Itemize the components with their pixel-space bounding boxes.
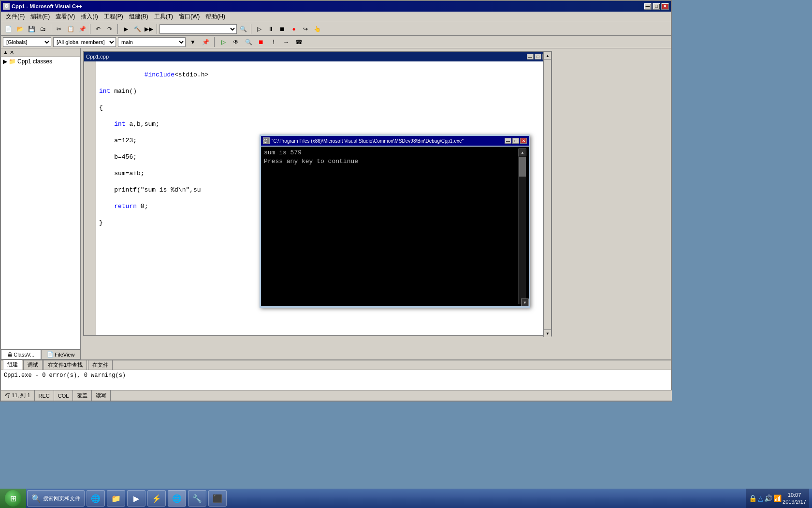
- status-read: 读写: [92, 390, 111, 401]
- console-maximize-btn[interactable]: □: [512, 138, 519, 144]
- step2-btn[interactable]: 👆: [312, 24, 322, 34]
- main-area: ▲ ✕ ▶ 📁 Cpp1 classes Cpp1.cpp — □ ✕: [1, 48, 671, 363]
- taskbar-app1[interactable]: ⚡: [147, 490, 166, 507]
- search-icon: 🔍: [31, 493, 41, 503]
- start-button[interactable]: ⊞: [0, 489, 26, 508]
- debug-tab[interactable]: 调试: [23, 360, 43, 370]
- maximize-button[interactable]: □: [652, 3, 660, 10]
- console-output-line2: Press any key to continue: [264, 157, 518, 166]
- build-tab[interactable]: 组建: [3, 359, 22, 370]
- sidebar-item-cpp1-classes[interactable]: ▶ 📁 Cpp1 classes: [1, 57, 80, 66]
- line-numbers: [84, 61, 96, 335]
- debug2-btn[interactable]: ⏸: [265, 24, 276, 34]
- title-bar: ⚙ Cpp1 - Microsoft Visual C++ — □ ✕: [1, 1, 671, 12]
- classview-icon: 🏛: [7, 352, 13, 358]
- members-combo[interactable]: [All global members]: [53, 37, 116, 47]
- menu-build[interactable]: 组建(B): [126, 12, 151, 22]
- step-btn[interactable]: ↪: [300, 24, 311, 34]
- breakpoint-btn[interactable]: ●: [289, 24, 299, 34]
- taskbar-ie1[interactable]: 🌐: [87, 490, 105, 507]
- code-scrollbar[interactable]: ▲ ▼: [543, 61, 551, 335]
- return-btn[interactable]: ☎: [293, 37, 304, 47]
- console-minimize-btn[interactable]: —: [505, 138, 511, 144]
- watch-btn[interactable]: 👁: [231, 37, 241, 47]
- breakpoint2-btn[interactable]: !: [268, 37, 279, 47]
- scroll-down-btn[interactable]: ▼: [544, 329, 551, 335]
- new-file-btn[interactable]: 📄: [3, 24, 14, 34]
- toolbar-sep5: [251, 24, 251, 34]
- status-col: COL: [54, 390, 73, 401]
- console-buttons: — □ ✕: [505, 138, 527, 144]
- ie-icon1: 🌐: [91, 493, 101, 503]
- close-button[interactable]: ✕: [661, 3, 669, 10]
- console-scroll-down[interactable]: ▼: [521, 299, 529, 306]
- code-minimize-btn[interactable]: —: [527, 54, 534, 60]
- taskbar-app3[interactable]: ⬛: [208, 490, 227, 507]
- run-btn[interactable]: ▶▶: [144, 24, 154, 34]
- menu-file[interactable]: 文件(F): [3, 12, 28, 22]
- open-btn[interactable]: 📂: [14, 24, 25, 34]
- start-orb[interactable]: ⊞: [5, 490, 21, 507]
- tray-icon3: 🔊: [764, 494, 772, 502]
- search-combo[interactable]: [160, 24, 237, 34]
- console-close-btn[interactable]: ✕: [520, 138, 527, 144]
- toolbar-row1: 📄 📂 💾 🗂 ✂ 📋 📌 ↶ ↷ ▶ 🔨 ▶▶ 🔍 ▷ ⏸ ⏹ ● ↪ 👆: [1, 22, 671, 36]
- globals-combo[interactable]: [Globals]: [3, 37, 51, 47]
- app-icon: ⚙: [3, 3, 10, 10]
- console-scroll-thumb[interactable]: [519, 157, 526, 177]
- menu-view[interactable]: 查看(V): [53, 12, 78, 22]
- redo-btn[interactable]: ↷: [104, 24, 115, 34]
- minimize-button[interactable]: —: [644, 3, 652, 10]
- console-scroll-up[interactable]: ▲: [519, 149, 526, 156]
- console-path: "C:\Program Files (x86)\Microsoft Visual…: [272, 138, 464, 144]
- stop-btn[interactable]: ⏹: [277, 24, 288, 34]
- build-btn[interactable]: 🔨: [132, 24, 143, 34]
- taskbar-search[interactable]: 🔍 搜索网页和文件: [27, 490, 85, 507]
- class-view-tab[interactable]: 🏛 ClassV...: [1, 349, 41, 359]
- toolbar-sep2: [90, 24, 90, 34]
- code-title-bar: Cpp1.cpp — □ ✕: [84, 52, 551, 61]
- find2-tab[interactable]: 在文件: [88, 360, 113, 370]
- debug-btn[interactable]: ▷: [254, 24, 264, 34]
- taskbar-app2[interactable]: 🔧: [188, 490, 206, 507]
- combo-dropdown-btn[interactable]: ▼: [188, 37, 198, 47]
- paste-btn[interactable]: 📌: [77, 24, 87, 34]
- copy-btn[interactable]: 📋: [65, 24, 76, 34]
- call-btn[interactable]: →: [281, 37, 291, 47]
- menu-project[interactable]: 工程(P): [101, 12, 126, 22]
- taskbar-ie2[interactable]: 🌐: [168, 490, 186, 507]
- menu-insert[interactable]: 插入(I): [78, 12, 101, 22]
- watch2-btn[interactable]: 🔍: [243, 37, 254, 47]
- toolbar-sep6: [214, 37, 215, 47]
- sidebar: ▲ ✕ ▶ 📁 Cpp1 classes: [1, 48, 81, 363]
- find1-tab[interactable]: 在文件1中查找: [44, 360, 87, 370]
- status-rec: REC: [35, 390, 54, 401]
- compile-btn[interactable]: ▶: [120, 24, 131, 34]
- pin-btn[interactable]: 📌: [200, 37, 211, 47]
- debug3-btn[interactable]: ▷: [218, 37, 229, 47]
- menu-edit[interactable]: 编辑(E): [28, 12, 53, 22]
- save-btn[interactable]: 💾: [26, 24, 37, 34]
- taskbar-explorer[interactable]: 📁: [107, 490, 125, 507]
- sidebar-item-label: Cpp1 classes: [17, 58, 52, 65]
- code-maximize-btn[interactable]: □: [535, 54, 541, 60]
- taskbar-search-label: 搜索网页和文件: [43, 495, 80, 502]
- console-scrollbar[interactable]: ▲ ▼: [518, 149, 526, 304]
- app-title: Cpp1 - Microsoft Visual C++: [12, 3, 82, 9]
- tree-folder-icon: 📁: [9, 58, 16, 65]
- title-bar-text: ⚙ Cpp1 - Microsoft Visual C++: [3, 3, 82, 10]
- menu-tools[interactable]: 工具(T): [151, 12, 176, 22]
- stop2-btn[interactable]: ⏹: [256, 37, 266, 47]
- undo-btn[interactable]: ↶: [93, 24, 103, 34]
- save-all-btn[interactable]: 🗂: [38, 24, 48, 34]
- search-btn[interactable]: 🔍: [238, 24, 248, 34]
- media-icon: ▶: [131, 493, 141, 503]
- function-combo[interactable]: main: [118, 37, 186, 47]
- menu-help[interactable]: 帮助(H): [203, 12, 228, 22]
- taskbar: ⊞ 🔍 搜索网页和文件 🌐 📁 ▶ ⚡ 🌐 🔧 ⬛ 🔒 △ 🔊 📶 10:07 …: [0, 489, 812, 508]
- cut-btn[interactable]: ✂: [54, 24, 64, 34]
- taskbar-media[interactable]: ▶: [127, 490, 145, 507]
- menu-window[interactable]: 窗口(W): [176, 12, 203, 22]
- tree-expand-icon: ▶: [3, 58, 7, 65]
- file-view-tab[interactable]: 📄 FileView: [41, 349, 81, 359]
